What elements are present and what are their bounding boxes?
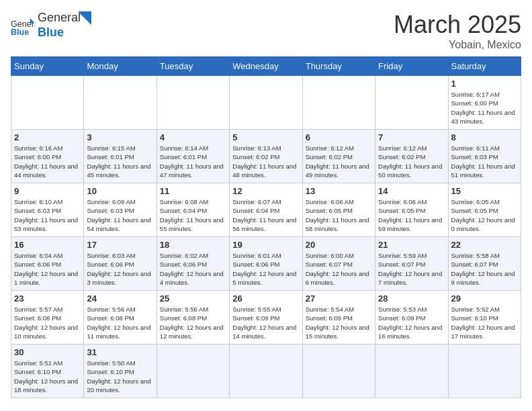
calendar-table: SundayMondayTuesdayWednesdayThursdayFrid…	[11, 56, 521, 398]
calendar-cell: 26 Sunrise: 5:55 AM Sunset: 6:09 PM Dayl…	[230, 291, 302, 345]
day-number: 7	[378, 132, 445, 142]
calendar-cell: 14 Sunrise: 6:06 AM Sunset: 6:05 PM Dayl…	[375, 183, 448, 237]
day-number: 23	[14, 293, 81, 304]
calendar-cell: 12 Sunrise: 6:07 AM Sunset: 6:04 PM Dayl…	[230, 183, 302, 237]
svg-marker-3	[78, 11, 91, 25]
calendar-cell	[375, 345, 448, 398]
day-info: Sunrise: 6:14 AM Sunset: 6:01 PM Dayligh…	[160, 144, 226, 179]
day-number: 19	[232, 240, 299, 250]
calendar-cell: 24 Sunrise: 5:56 AM Sunset: 6:08 PM Dayl…	[84, 291, 157, 345]
day-number: 4	[160, 132, 226, 142]
day-info: Sunrise: 6:03 AM Sunset: 6:06 PM Dayligh…	[87, 251, 153, 287]
day-info: Sunrise: 6:00 AM Sunset: 6:07 PM Dayligh…	[306, 251, 372, 287]
calendar-cell	[302, 76, 375, 130]
day-number: 21	[378, 240, 445, 250]
day-number: 26	[232, 293, 299, 304]
day-number: 3	[87, 132, 153, 142]
logo: General Blue General Blue	[11, 11, 98, 40]
day-info: Sunrise: 5:59 AM Sunset: 6:07 PM Dayligh…	[378, 251, 445, 287]
day-number: 14	[378, 186, 445, 196]
calendar-cell: 31 Sunrise: 5:50 AM Sunset: 6:10 PM Dayl…	[84, 345, 157, 398]
day-number: 15	[451, 186, 518, 196]
calendar-cell: 11 Sunrise: 6:08 AM Sunset: 6:04 PM Dayl…	[157, 183, 229, 237]
day-header-saturday: Saturday	[448, 57, 521, 76]
location-subtitle: Yobain, Mexico	[394, 39, 521, 51]
day-number: 24	[87, 293, 153, 304]
day-number: 16	[14, 240, 81, 250]
calendar-week-2: 2 Sunrise: 6:16 AM Sunset: 6:00 PM Dayli…	[11, 130, 521, 183]
day-header-monday: Monday	[84, 57, 157, 76]
day-number: 22	[451, 240, 518, 250]
svg-text:Blue: Blue	[11, 28, 29, 37]
calendar-cell	[375, 76, 448, 130]
page-header: General Blue General Blue March 2025 Yob…	[11, 11, 521, 51]
calendar-week-1: 1 Sunrise: 6:17 AM Sunset: 6:00 PM Dayli…	[11, 76, 521, 130]
calendar-cell: 9 Sunrise: 6:10 AM Sunset: 6:03 PM Dayli…	[11, 183, 84, 237]
day-info: Sunrise: 6:10 AM Sunset: 6:03 PM Dayligh…	[14, 197, 81, 233]
day-header-sunday: Sunday	[11, 57, 84, 76]
day-info: Sunrise: 6:07 AM Sunset: 6:04 PM Dayligh…	[232, 197, 299, 233]
calendar-cell: 22 Sunrise: 5:58 AM Sunset: 6:07 PM Dayl…	[448, 237, 521, 291]
day-info: Sunrise: 5:50 AM Sunset: 6:10 PM Dayligh…	[87, 359, 153, 394]
day-number: 2	[14, 132, 81, 142]
day-info: Sunrise: 6:04 AM Sunset: 6:06 PM Dayligh…	[14, 251, 81, 287]
day-number: 25	[160, 293, 226, 304]
calendar-cell	[157, 76, 229, 130]
day-number: 10	[87, 186, 153, 196]
day-info: Sunrise: 6:11 AM Sunset: 6:03 PM Dayligh…	[451, 144, 518, 179]
calendar-cell	[448, 345, 521, 398]
day-number: 29	[451, 293, 518, 304]
calendar-cell: 23 Sunrise: 5:57 AM Sunset: 6:08 PM Dayl…	[11, 291, 84, 345]
day-number: 8	[451, 132, 518, 142]
day-number: 20	[306, 240, 372, 250]
calendar-cell	[230, 76, 302, 130]
day-info: Sunrise: 5:51 AM Sunset: 6:10 PM Dayligh…	[14, 359, 81, 394]
calendar-cell: 20 Sunrise: 6:00 AM Sunset: 6:07 PM Dayl…	[302, 237, 375, 291]
calendar-cell: 1 Sunrise: 6:17 AM Sunset: 6:00 PM Dayli…	[448, 76, 521, 130]
day-number: 18	[160, 240, 226, 250]
calendar-cell	[84, 76, 157, 130]
day-header-thursday: Thursday	[302, 57, 375, 76]
calendar-cell: 10 Sunrise: 6:09 AM Sunset: 6:03 PM Dayl…	[84, 183, 157, 237]
calendar-cell	[302, 345, 375, 398]
month-title: March 2025	[394, 11, 521, 39]
calendar-cell: 6 Sunrise: 6:12 AM Sunset: 6:02 PM Dayli…	[302, 130, 375, 183]
calendar-cell: 7 Sunrise: 6:12 AM Sunset: 6:02 PM Dayli…	[375, 130, 448, 183]
day-number: 31	[87, 347, 153, 357]
calendar-cell	[230, 345, 302, 398]
day-info: Sunrise: 6:15 AM Sunset: 6:01 PM Dayligh…	[87, 144, 153, 179]
day-number: 11	[160, 186, 226, 196]
day-info: Sunrise: 5:52 AM Sunset: 6:10 PM Dayligh…	[451, 305, 518, 340]
calendar-cell: 17 Sunrise: 6:03 AM Sunset: 6:06 PM Dayl…	[84, 237, 157, 291]
calendar-cell: 29 Sunrise: 5:52 AM Sunset: 6:10 PM Dayl…	[448, 291, 521, 345]
day-info: Sunrise: 6:02 AM Sunset: 6:06 PM Dayligh…	[160, 251, 226, 287]
calendar-cell: 15 Sunrise: 6:05 AM Sunset: 6:05 PM Dayl…	[448, 183, 521, 237]
day-info: Sunrise: 6:12 AM Sunset: 6:02 PM Dayligh…	[306, 144, 372, 179]
day-info: Sunrise: 6:08 AM Sunset: 6:04 PM Dayligh…	[160, 197, 226, 233]
day-number: 6	[306, 132, 372, 142]
day-info: Sunrise: 6:17 AM Sunset: 6:00 PM Dayligh…	[451, 90, 518, 126]
calendar-cell	[157, 345, 229, 398]
day-info: Sunrise: 6:05 AM Sunset: 6:05 PM Dayligh…	[451, 197, 518, 233]
day-info: Sunrise: 5:57 AM Sunset: 6:08 PM Dayligh…	[14, 305, 81, 340]
calendar-cell: 19 Sunrise: 6:01 AM Sunset: 6:06 PM Dayl…	[230, 237, 302, 291]
calendar-cell: 8 Sunrise: 6:11 AM Sunset: 6:03 PM Dayli…	[448, 130, 521, 183]
day-info: Sunrise: 6:06 AM Sunset: 6:05 PM Dayligh…	[306, 197, 372, 233]
title-area: March 2025 Yobain, Mexico	[394, 11, 521, 51]
day-number: 12	[232, 186, 299, 196]
logo-icon: General Blue	[11, 13, 35, 38]
day-number: 1	[451, 79, 518, 89]
calendar-cell: 30 Sunrise: 5:51 AM Sunset: 6:10 PM Dayl…	[11, 345, 84, 398]
day-number: 5	[232, 132, 299, 142]
calendar-week-4: 16 Sunrise: 6:04 AM Sunset: 6:06 PM Dayl…	[11, 237, 521, 291]
calendar-cell: 2 Sunrise: 6:16 AM Sunset: 6:00 PM Dayli…	[11, 130, 84, 183]
logo-triangle	[78, 11, 98, 32]
calendar-cell: 13 Sunrise: 6:06 AM Sunset: 6:05 PM Dayl…	[302, 183, 375, 237]
calendar-week-5: 23 Sunrise: 5:57 AM Sunset: 6:08 PM Dayl…	[11, 291, 521, 345]
day-info: Sunrise: 6:12 AM Sunset: 6:02 PM Dayligh…	[378, 144, 445, 179]
day-header-wednesday: Wednesday	[230, 57, 302, 76]
calendar-cell: 18 Sunrise: 6:02 AM Sunset: 6:06 PM Dayl…	[157, 237, 229, 291]
calendar-cell: 25 Sunrise: 5:56 AM Sunset: 6:08 PM Dayl…	[157, 291, 229, 345]
day-number: 27	[306, 293, 372, 304]
day-number: 30	[14, 347, 81, 357]
